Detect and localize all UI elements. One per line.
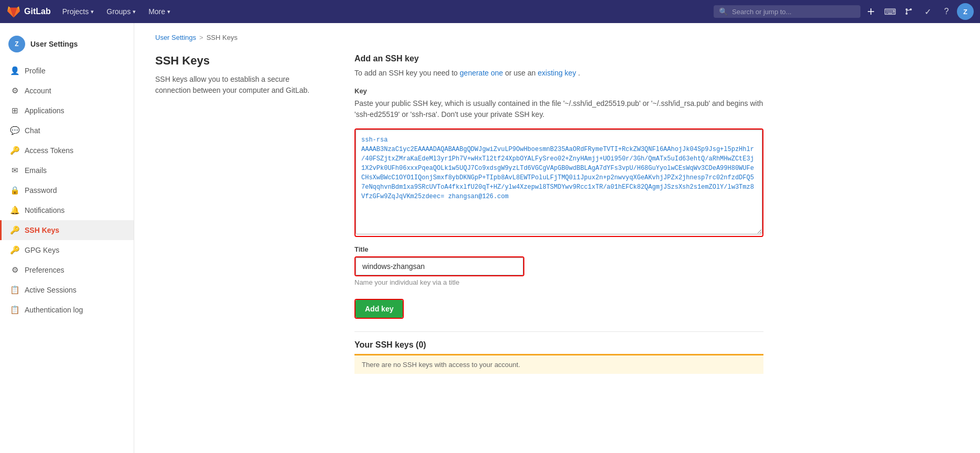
emails-icon: ✉ xyxy=(10,166,19,175)
ssh-key-field-wrapper xyxy=(354,128,763,237)
right-panel: Add an SSH key To add an SSH key you nee… xyxy=(354,54,763,374)
command-palette-button[interactable]: ⌨ xyxy=(881,3,898,20)
groups-chevron-icon: ▾ xyxy=(133,8,136,15)
ssh-key-textarea[interactable] xyxy=(356,130,762,234)
no-keys-notice: There are no SSH keys with access to you… xyxy=(354,354,763,374)
breadcrumb-parent-link[interactable]: User Settings xyxy=(155,34,196,41)
add-ssh-key-heading: Add an SSH key xyxy=(354,54,763,63)
title-input[interactable] xyxy=(356,257,523,275)
profile-icon: 👤 xyxy=(10,66,19,76)
existing-key-link[interactable]: existing key xyxy=(538,69,576,77)
nav-groups[interactable]: Groups ▾ xyxy=(101,5,141,18)
sidebar-item-preferences[interactable]: ⚙ Preferences xyxy=(0,260,134,280)
sidebar-item-active-sessions[interactable]: 📋 Active Sessions xyxy=(0,280,134,300)
title-input-wrapper xyxy=(354,256,524,276)
svg-point-3 xyxy=(906,13,908,15)
page-title: SSH Keys xyxy=(155,54,323,68)
sidebar-item-label: SSH Keys xyxy=(25,226,59,234)
search-bar[interactable]: 🔍 Search or jump to... xyxy=(714,5,860,18)
sidebar-item-chat[interactable]: 💬 Chat xyxy=(0,121,134,141)
nav-projects[interactable]: Projects ▾ xyxy=(57,5,100,18)
todo-button[interactable]: ✓ xyxy=(919,3,936,20)
new-item-button[interactable] xyxy=(863,3,879,20)
sidebar-item-label: Preferences xyxy=(25,266,64,274)
sidebar-item-access-tokens[interactable]: 🔑 Access Tokens xyxy=(0,141,134,160)
no-keys-text: There are no SSH keys with access to you… xyxy=(362,361,520,369)
title-field-label: Title xyxy=(354,245,763,253)
merge-requests-button[interactable] xyxy=(900,3,917,20)
ssh-keys-icon: 🔑 xyxy=(10,225,19,235)
gitlab-wordmark: GitLab xyxy=(24,7,51,16)
add-ssh-key-info: To add an SSH key you need to generate o… xyxy=(354,68,763,79)
your-keys-heading: Your SSH keys (0) xyxy=(354,340,763,350)
sidebar-item-gpg-keys[interactable]: 🔑 GPG Keys xyxy=(0,240,134,260)
gitlab-logo[interactable]: GitLab xyxy=(6,4,51,19)
sidebar-item-label: Emails xyxy=(25,166,47,175)
preferences-icon: ⚙ xyxy=(10,265,19,275)
title-section: Title Name your individual key via a tit… xyxy=(354,245,763,286)
svg-rect-1 xyxy=(868,11,874,12)
page-description: SSH keys allow you to establish a secure… xyxy=(155,74,323,96)
sidebar-item-password[interactable]: 🔒 Password xyxy=(0,180,134,200)
generate-key-link[interactable]: generate one xyxy=(460,69,503,77)
sidebar: Z User Settings 👤 Profile ⚙ Account ⊞ Ap… xyxy=(0,23,134,453)
add-key-button-wrapper: Add key xyxy=(354,299,404,319)
notifications-icon: 🔔 xyxy=(10,206,19,215)
breadcrumb-separator: > xyxy=(199,34,203,41)
sidebar-item-label: Profile xyxy=(25,67,46,75)
sidebar-item-label: Authentication log xyxy=(25,306,83,314)
applications-icon: ⊞ xyxy=(10,106,19,115)
gpg-keys-icon: 🔑 xyxy=(10,245,19,255)
user-avatar[interactable]: Z xyxy=(957,3,974,20)
sidebar-item-label: Access Tokens xyxy=(25,146,73,155)
breadcrumb-current: SSH Keys xyxy=(207,34,238,41)
sidebar-item-ssh-keys[interactable]: 🔑 SSH Keys xyxy=(0,220,134,240)
sidebar-item-authentication-log[interactable]: 📋 Authentication log xyxy=(0,300,134,320)
help-button[interactable]: ? xyxy=(938,3,955,20)
left-panel: SSH Keys SSH keys allow you to establish… xyxy=(155,54,323,374)
projects-chevron-icon: ▾ xyxy=(91,8,94,15)
top-navigation: GitLab Projects ▾ Groups ▾ More ▾ 🔍 Sear… xyxy=(0,0,980,23)
sidebar-item-notifications[interactable]: 🔔 Notifications xyxy=(0,200,134,220)
sidebar-item-label: Password xyxy=(25,186,57,195)
sidebar-item-profile[interactable]: 👤 Profile xyxy=(0,61,134,81)
access-tokens-icon: 🔑 xyxy=(10,146,19,155)
sidebar-header: Z User Settings xyxy=(0,31,134,61)
more-chevron-icon: ▾ xyxy=(167,8,170,15)
sidebar-item-label: Account xyxy=(25,87,51,95)
authentication-log-icon: 📋 xyxy=(10,305,19,315)
sidebar-item-account[interactable]: ⚙ Account xyxy=(0,81,134,101)
sidebar-item-label: Chat xyxy=(25,126,40,135)
add-key-button[interactable]: Add key xyxy=(356,300,403,318)
sidebar-item-label: GPG Keys xyxy=(25,246,59,254)
sidebar-item-emails[interactable]: ✉ Emails xyxy=(0,160,134,180)
sidebar-avatar: Z xyxy=(8,36,25,52)
sidebar-title: User Settings xyxy=(30,40,78,48)
sidebar-item-label: Active Sessions xyxy=(25,286,77,294)
sidebar-item-applications[interactable]: ⊞ Applications xyxy=(0,101,134,121)
sidebar-item-label: Notifications xyxy=(25,206,64,214)
password-icon: 🔒 xyxy=(10,186,19,195)
sidebar-item-label: Applications xyxy=(25,106,64,115)
main-content: User Settings > SSH Keys SSH Keys SSH ke… xyxy=(134,23,980,453)
active-sessions-icon: 📋 xyxy=(10,285,19,295)
title-hint: Name your individual key via a title xyxy=(354,278,763,286)
key-field-label: Key xyxy=(354,87,763,95)
breadcrumb: User Settings > SSH Keys xyxy=(155,34,959,41)
key-hint: Paste your public SSH key, which is usua… xyxy=(354,98,763,120)
account-icon: ⚙ xyxy=(10,86,19,95)
nav-more[interactable]: More ▾ xyxy=(143,5,176,18)
search-icon: 🔍 xyxy=(719,7,728,16)
chat-icon: 💬 xyxy=(10,126,19,135)
